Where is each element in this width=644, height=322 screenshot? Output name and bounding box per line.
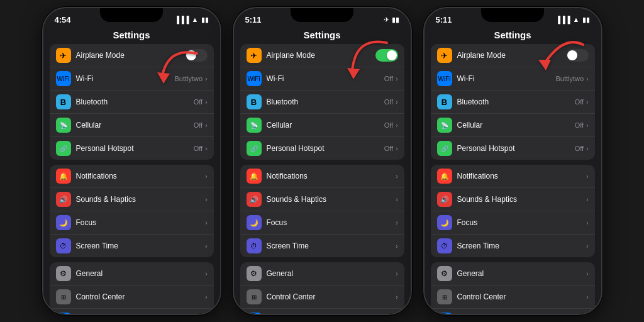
- wifi-value-1: Buttlytwo: [175, 75, 203, 82]
- bluetooth-row-2[interactable]: B Bluetooth Off ›: [240, 91, 404, 114]
- notifications-row-3[interactable]: 🔔 Notifications ›: [431, 165, 595, 188]
- cellular-icon-3: 📡: [437, 118, 452, 133]
- notification-group-2: 🔔 Notifications › 🔊 Sounds & Haptics › 🌙…: [240, 165, 404, 257]
- focus-row-1[interactable]: 🌙 Focus ›: [50, 211, 214, 235]
- hotspot-value-3: Off: [575, 145, 584, 152]
- screen-3: 5:11 ▐▐▐ ▲ ▮▮ Settings ✈ Airplane Mode W…: [425, 8, 601, 314]
- bluetooth-value-2: Off: [384, 98, 393, 106]
- screentime-icon-3: ⏱: [437, 238, 452, 253]
- sounds-icon-3: 🔊: [437, 192, 452, 207]
- notifications-row-1[interactable]: 🔔 Notifications ›: [50, 165, 214, 188]
- focus-row-3[interactable]: 🌙 Focus ›: [431, 211, 595, 235]
- controlcenter-row-2[interactable]: ⊞ Control Center ›: [240, 286, 404, 309]
- hotspot-icon-3: 🔗: [437, 141, 452, 156]
- cellular-chevron-3: ›: [586, 122, 588, 129]
- cellular-label-3: Cellular: [457, 121, 575, 130]
- cellular-row-1[interactable]: 📡 Cellular Off ›: [50, 114, 214, 137]
- wifi-icon-row-1: WiFi: [56, 71, 71, 86]
- cellular-row-2[interactable]: 📡 Cellular Off ›: [240, 114, 404, 137]
- phone-3: 5:11 ▐▐▐ ▲ ▮▮ Settings ✈ Airplane Mode W…: [423, 7, 602, 315]
- controlcenter-chevron-1: ›: [205, 294, 207, 301]
- focus-icon-1: 🌙: [56, 215, 71, 230]
- screentime-row-1[interactable]: ⏱ Screen Time ›: [50, 235, 214, 257]
- hotspot-row-1[interactable]: 🔗 Personal Hotspot Off ›: [50, 137, 214, 160]
- status-icons-1: ▐▐▐ ▲ ▮▮: [174, 16, 208, 24]
- hotspot-row-2[interactable]: 🔗 Personal Hotspot Off ›: [240, 137, 404, 160]
- hotspot-label-3: Personal Hotspot: [457, 144, 575, 153]
- hotspot-icon-2: 🔗: [247, 141, 262, 156]
- focus-chevron-3: ›: [586, 219, 588, 226]
- airplane-toggle-3[interactable]: [566, 49, 589, 62]
- wifi-row-1[interactable]: WiFi Wi-Fi Buttlytwo ›: [50, 67, 214, 91]
- wifi-value-2: Off: [384, 75, 393, 82]
- controlcenter-label-3: Control Center: [457, 292, 587, 301]
- general-row-2[interactable]: ⚙ General ›: [240, 262, 404, 286]
- wifi-icon-row-3: WiFi: [437, 71, 452, 86]
- sounds-label-3: Sounds & Haptics: [457, 195, 587, 204]
- phone-2: 5:11 ✈ ▮▮ Settings ✈ Airplane Mode WiFi: [233, 7, 412, 315]
- sounds-row-3[interactable]: 🔊 Sounds & Haptics ›: [431, 188, 595, 211]
- general-icon-3: ⚙: [437, 266, 452, 281]
- settings-list-2: ✈ Airplane Mode WiFi Wi-Fi Off › B Bluet…: [234, 44, 411, 314]
- page-title-2: Settings: [234, 27, 411, 44]
- notifications-icon-1: 🔔: [56, 169, 71, 184]
- airplane-toggle-1[interactable]: [185, 49, 208, 62]
- wifi-icon-row-2: WiFi: [247, 71, 262, 86]
- hotspot-row-3[interactable]: 🔗 Personal Hotspot Off ›: [431, 137, 595, 160]
- screentime-row-3[interactable]: ⏱ Screen Time ›: [431, 235, 595, 257]
- bluetooth-label-2: Bluetooth: [267, 97, 384, 106]
- hotspot-chevron-2: ›: [396, 145, 397, 152]
- focus-chevron-2: ›: [396, 219, 397, 226]
- notch-2: [291, 8, 353, 22]
- screentime-row-2[interactable]: ⏱ Screen Time ›: [240, 235, 404, 257]
- general-group-3: ⚙ General › ⊞ Control Center › AA Displa…: [431, 262, 595, 314]
- bluetooth-icon-1: B: [56, 94, 71, 109]
- focus-row-2[interactable]: 🌙 Focus ›: [240, 211, 404, 235]
- focus-label-3: Focus: [457, 218, 587, 227]
- controlcenter-row-3[interactable]: ⊞ Control Center ›: [431, 286, 595, 309]
- airplane-label-1: Airplane Mode: [76, 51, 185, 60]
- airplane-mode-row-3[interactable]: ✈ Airplane Mode: [431, 44, 595, 67]
- airplane-status-icon-2: ✈: [384, 16, 389, 24]
- display-icon-2: AA: [247, 313, 262, 314]
- hotspot-chevron-3: ›: [586, 145, 588, 152]
- airplane-mode-row-1[interactable]: ✈ Airplane Mode: [50, 44, 214, 67]
- sounds-chevron-2: ›: [396, 196, 397, 203]
- general-icon-1: ⚙: [56, 266, 71, 281]
- notifications-row-2[interactable]: 🔔 Notifications ›: [240, 165, 404, 188]
- battery-icon-3: ▮▮: [582, 16, 590, 24]
- bluetooth-chevron-2: ›: [396, 99, 397, 106]
- wifi-chevron-1: ›: [205, 75, 207, 82]
- cellular-value-3: Off: [575, 121, 584, 129]
- network-group-3: ✈ Airplane Mode WiFi Wi-Fi Buttlytwo › B…: [431, 44, 595, 160]
- cellular-label-2: Cellular: [267, 121, 384, 130]
- airplane-mode-row-2[interactable]: ✈ Airplane Mode: [240, 44, 404, 67]
- notification-group-3: 🔔 Notifications › 🔊 Sounds & Haptics › 🌙…: [431, 165, 595, 257]
- wifi-chevron-2: ›: [396, 75, 397, 82]
- sounds-row-1[interactable]: 🔊 Sounds & Haptics ›: [50, 188, 214, 211]
- cellular-row-3[interactable]: 📡 Cellular Off ›: [431, 114, 595, 137]
- wifi-row-3[interactable]: WiFi Wi-Fi Buttlytwo ›: [431, 67, 595, 91]
- phone-1: 4:54 ▐▐▐ ▲ ▮▮ Settings ✈ Airplane Mode: [42, 7, 221, 315]
- wifi-value-3: Buttlytwo: [556, 75, 584, 82]
- time-2: 5:11: [245, 15, 262, 25]
- battery-icon-2: ▮▮: [392, 16, 399, 24]
- airplane-label-2: Airplane Mode: [267, 51, 375, 60]
- airplane-toggle-2[interactable]: [375, 49, 398, 62]
- general-row-3[interactable]: ⚙ General ›: [431, 262, 595, 286]
- screentime-icon-2: ⏱: [247, 238, 262, 253]
- display-row-3[interactable]: AA Display & Brightness ›: [431, 309, 595, 314]
- settings-list-1: ✈ Airplane Mode WiFi Wi-Fi Buttlytwo › B…: [43, 44, 220, 314]
- cellular-value-1: Off: [194, 121, 203, 129]
- bluetooth-row-3[interactable]: B Bluetooth Off ›: [431, 91, 595, 114]
- sounds-row-2[interactable]: 🔊 Sounds & Haptics ›: [240, 188, 404, 211]
- wifi-row-2[interactable]: WiFi Wi-Fi Off ›: [240, 67, 404, 91]
- airplane-icon-2: ✈: [247, 48, 262, 63]
- screentime-chevron-1: ›: [205, 243, 207, 250]
- general-row-1[interactable]: ⚙ General ›: [50, 262, 214, 286]
- controlcenter-row-1[interactable]: ⊞ Control Center ›: [50, 286, 214, 309]
- display-row-2[interactable]: AA Display & Brightness ›: [240, 309, 404, 314]
- display-row-1[interactable]: AA Display & Brightness ›: [50, 309, 214, 314]
- screen-2: 5:11 ✈ ▮▮ Settings ✈ Airplane Mode WiFi: [234, 8, 411, 314]
- bluetooth-row-1[interactable]: B Bluetooth Off ›: [50, 91, 214, 114]
